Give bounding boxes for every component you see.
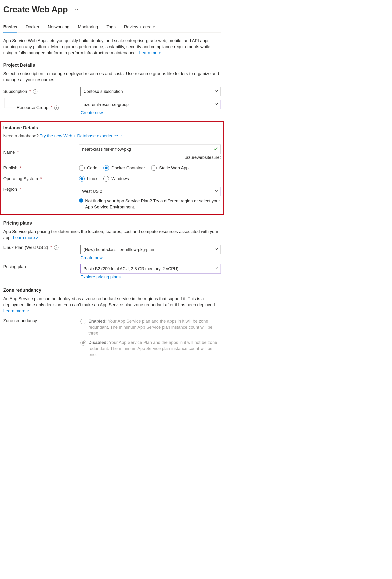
pricing-tier-select[interactable]: Basic B2 (200 total ACU, 3.5 GB memory, …	[80, 264, 221, 274]
resource-group-select[interactable]: azureml-resource-group	[81, 100, 221, 109]
subscription-select[interactable]: Contoso subscription	[80, 87, 221, 96]
pricing-learn-more-link[interactable]: Learn more↗	[13, 235, 39, 240]
publish-code-radio[interactable]: Code	[79, 165, 97, 171]
zone-enabled-title: Enabled:	[88, 319, 107, 324]
db-experience-link[interactable]: Try the new Web + Database experience.↗	[40, 133, 123, 138]
publish-docker-radio[interactable]: Docker Container	[103, 165, 145, 171]
tier-value: Basic B2 (200 total ACU, 3.5 GB memory, …	[83, 267, 179, 271]
zone-desc: An App Service plan can be deployed as a…	[3, 296, 215, 307]
zone-enabled-desc: Your App Service plan and the apps in it…	[88, 319, 212, 336]
name-label: Name	[3, 150, 15, 155]
page-title: Create Web App	[3, 5, 68, 14]
chevron-down-icon	[214, 102, 218, 107]
os-label: Operating System	[3, 176, 38, 181]
instance-details-highlight: Instance Details Need a database? Try th…	[0, 121, 224, 215]
create-new-rg-link[interactable]: Create new	[81, 110, 103, 115]
intro-text: App Service Web Apps lets you quickly bu…	[3, 38, 221, 56]
chevron-down-icon	[214, 267, 218, 271]
chevron-down-icon	[214, 89, 218, 94]
zone-enabled-radio: Enabled: Your App Service plan and the a…	[80, 318, 221, 336]
check-icon	[213, 147, 218, 152]
zone-heading: Zone redundancy	[3, 288, 221, 293]
pricing-tier-label: Pricing plan	[3, 264, 26, 269]
create-new-plan-link[interactable]: Create new	[80, 255, 103, 260]
plan-value: (New) heart-classifier-mlflow-pkg-plan	[83, 247, 154, 252]
zone-disabled-title: Disabled:	[88, 340, 108, 345]
intro-body: App Service Web Apps lets you quickly bu…	[3, 38, 210, 55]
tree-line	[4, 98, 17, 108]
linux-plan-select[interactable]: (New) heart-classifier-mlflow-pkg-plan	[80, 245, 221, 254]
resource-group-label: Resource Group	[17, 105, 48, 110]
external-link-icon: ↗	[120, 134, 123, 138]
info-icon: i	[79, 198, 83, 203]
resource-group-value: azureml-resource-group	[84, 102, 129, 107]
external-link-icon: ↗	[36, 236, 39, 240]
chevron-down-icon	[214, 247, 218, 252]
subscription-label: Subscription	[3, 89, 27, 94]
domain-suffix: .azurewebsites.net	[79, 155, 221, 160]
publish-label: Publish	[3, 165, 17, 171]
required-mark: *	[17, 150, 19, 155]
publish-static-radio[interactable]: Static Web App	[151, 165, 189, 171]
tabs-bar: Basics Docker Networking Monitoring Tags…	[3, 22, 221, 33]
required-mark: *	[19, 187, 21, 192]
region-note: Not finding your App Service Plan? Try a…	[85, 198, 221, 210]
pricing-heading: Pricing plans	[3, 220, 221, 226]
required-mark: *	[20, 165, 21, 171]
more-actions-icon[interactable]: ···	[73, 7, 79, 12]
tab-docker[interactable]: Docker	[26, 22, 40, 32]
tab-tags[interactable]: Tags	[106, 22, 116, 32]
info-icon[interactable]: i	[54, 245, 59, 250]
zone-label: Zone redundancy	[3, 318, 37, 323]
required-mark: *	[51, 245, 52, 250]
tab-review[interactable]: Review + create	[124, 22, 155, 32]
db-prompt: Need a database?	[3, 133, 39, 138]
info-icon[interactable]: i	[33, 89, 37, 94]
region-value: West US 2	[82, 189, 102, 194]
explore-pricing-link[interactable]: Explore pricing plans	[80, 274, 121, 279]
zone-disabled-radio: Disabled: Your App Service Plan and the …	[80, 339, 221, 358]
os-windows-radio[interactable]: Windows	[103, 176, 129, 182]
plan-label: Linux Plan (West US 2)	[3, 245, 48, 250]
info-icon[interactable]: i	[54, 105, 59, 110]
required-mark: *	[51, 105, 52, 110]
external-link-icon: ↗	[26, 309, 29, 313]
zone-disabled-desc: Your App Service Plan and the apps in it…	[88, 340, 217, 357]
tab-basics[interactable]: Basics	[3, 22, 17, 33]
name-value: heart-classifier-mlflow-pkg	[82, 147, 131, 152]
page-title-bar: Create Web App ···	[3, 5, 221, 14]
zone-learn-more-link[interactable]: Learn more↗	[3, 308, 29, 313]
region-label: Region	[3, 187, 17, 192]
subscription-value: Contoso subscription	[83, 89, 123, 94]
required-mark: *	[40, 176, 42, 181]
project-details-heading: Project Details	[3, 63, 221, 68]
name-input[interactable]: heart-classifier-mlflow-pkg	[79, 145, 221, 154]
instance-details-heading: Instance Details	[3, 125, 221, 131]
tab-networking[interactable]: Networking	[48, 22, 69, 32]
required-mark: *	[29, 89, 31, 94]
chevron-down-icon	[214, 189, 218, 194]
learn-more-link[interactable]: Learn more	[139, 50, 161, 55]
region-select[interactable]: West US 2	[79, 187, 221, 196]
tab-monitoring[interactable]: Monitoring	[78, 22, 98, 32]
project-details-desc: Select a subscription to manage deployed…	[3, 71, 221, 83]
os-linux-radio[interactable]: Linux	[79, 176, 97, 182]
